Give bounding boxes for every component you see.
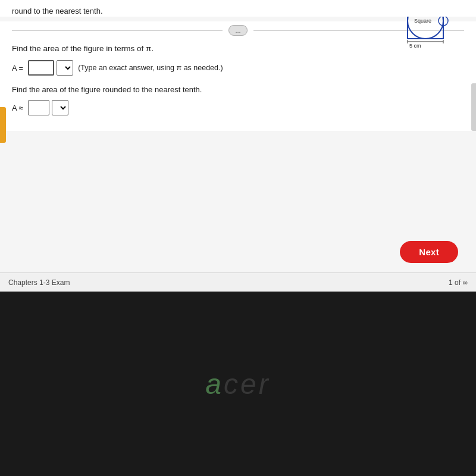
acer-logo: acer <box>205 368 270 400</box>
page-info: 1 of ∞ <box>449 278 468 287</box>
right-tab <box>471 83 476 131</box>
question-2-label: Find the area of the figure rounded to t… <box>12 85 464 94</box>
answer-2-prefix: A ≈ <box>12 104 23 112</box>
answer-2-unit-dropdown[interactable]: ▼ cm² <box>52 100 68 115</box>
answer-1-prefix: A = <box>12 64 23 73</box>
question-container: round to the nearest tenth. <box>0 0 476 17</box>
expand-button[interactable]: ... <box>228 25 247 36</box>
exam-title-label: Chapters 1-3 Exam <box>8 278 70 287</box>
answer-2-input[interactable] <box>30 104 47 112</box>
answer-2-row: A ≈ ▼ cm² <box>12 100 464 115</box>
orange-tab <box>0 107 6 143</box>
answer-2-input-wrapper <box>28 100 49 115</box>
answer-1-input-wrapper <box>28 60 54 76</box>
svg-text:5 cm: 5 cm <box>409 43 421 49</box>
next-button[interactable]: Next <box>400 241 458 263</box>
answer-1-input[interactable] <box>33 64 49 73</box>
svg-text:Square: Square <box>414 18 431 24</box>
desktop-area: acer <box>0 292 476 476</box>
exam-area: Square 5 cm round to the nearest tenth. … <box>0 0 476 292</box>
answer-1-hint: (Type an exact answer, using π as needed… <box>78 64 223 72</box>
answer-1-unit-dropdown[interactable]: ▼ cm² π <box>57 60 73 76</box>
bottom-bar: Chapters 1-3 Exam 1 of ∞ <box>0 273 476 292</box>
instruction-text: round to the nearest tenth. <box>12 6 357 17</box>
